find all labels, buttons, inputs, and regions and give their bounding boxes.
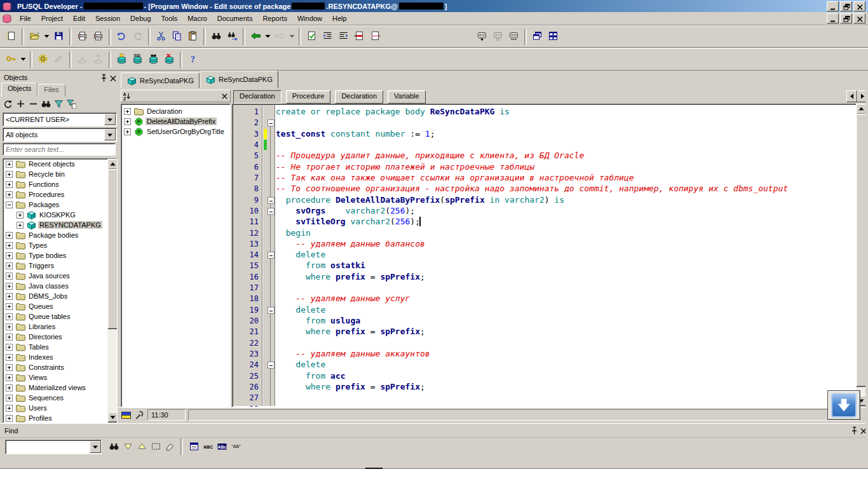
document-minimize-button[interactable] <box>827 13 839 24</box>
sql-window-button[interactable]: SQL <box>130 51 146 68</box>
code-line[interactable]: -- Не трогает историю платежей и настрое… <box>276 161 534 172</box>
search-down-button[interactable] <box>122 442 133 452</box>
new-sql-window-button[interactable] <box>114 51 130 68</box>
download-update-button[interactable] <box>827 390 860 420</box>
menu-project[interactable]: Project <box>36 13 68 25</box>
find-search-button[interactable] <box>108 442 119 452</box>
chevron-down-icon[interactable] <box>90 441 101 453</box>
expand-toggle-icon[interactable] <box>124 118 131 125</box>
tree-item-kioskpkg[interactable]: KIOSKPKG <box>3 210 117 220</box>
tree-item-libraries[interactable]: Libraries <box>3 322 117 332</box>
code-line[interactable]: from ostatki <box>276 260 365 271</box>
window-minimize-button[interactable] <box>827 1 839 11</box>
scroll-down-icon[interactable] <box>107 412 118 423</box>
session-logon-button[interactable] <box>3 51 19 68</box>
expand-toggle-icon[interactable] <box>6 354 13 361</box>
tree-item-sequences[interactable]: Sequences <box>3 393 117 403</box>
expand-toggle-icon[interactable] <box>6 181 13 188</box>
code-line[interactable]: where prefix = spPrefix; <box>276 271 425 282</box>
preferences-button[interactable] <box>35 51 51 68</box>
expand-toggle-icon[interactable] <box>6 415 13 422</box>
expand-toggle-icon[interactable] <box>6 395 13 402</box>
menu-window[interactable]: Window <box>292 13 327 25</box>
fold-collapse-icon[interactable] <box>268 252 275 259</box>
code-line[interactable]: -- Процедура удалит данные, приходящие с… <box>276 150 584 161</box>
expand-toggle-icon[interactable] <box>124 108 131 115</box>
menu-tools[interactable]: Tools <box>156 13 183 25</box>
macro-record-button[interactable] <box>474 29 490 45</box>
code-line[interactable]: where prefix = spPrefix; <box>276 381 425 392</box>
tree-item-declaration[interactable]: Declaration <box>121 106 230 116</box>
expand-toggle-icon[interactable] <box>6 262 13 269</box>
tree-item-queue-tables[interactable]: Queue tables <box>3 311 117 322</box>
expand-toggle-icon[interactable] <box>6 161 13 168</box>
session-logon-dropdown[interactable] <box>19 51 27 68</box>
expand-toggle-icon[interactable] <box>6 171 13 178</box>
menu-documents[interactable]: Documents <box>212 13 258 25</box>
window-tile-button[interactable] <box>545 29 561 45</box>
print-setup-button[interactable] <box>90 29 106 45</box>
section-button-declaration-2[interactable]: Declaration <box>335 90 383 104</box>
code-line[interactable]: begin <box>276 227 311 238</box>
section-button-declaration-0[interactable]: Declaration <box>233 90 281 104</box>
tree-item-queues[interactable]: Queues <box>3 301 117 311</box>
code-line[interactable]: where prefix = spPrefix; <box>276 326 425 337</box>
menu-debug[interactable]: Debug <box>125 13 156 25</box>
code-line[interactable]: from usluga <box>276 315 360 326</box>
objects-tree-scrollbar[interactable] <box>107 159 117 423</box>
expand-toggle-icon[interactable] <box>6 242 13 249</box>
menu-macro[interactable]: Macro <box>182 13 212 25</box>
tree-item-types[interactable]: Types <box>3 240 117 250</box>
open-file-dropdown[interactable] <box>43 29 51 45</box>
code-line[interactable]: delete <box>276 249 325 260</box>
document-close-button[interactable] <box>853 13 865 24</box>
tree-item-java-sources[interactable]: Java sources <box>3 271 117 281</box>
fold-collapse-icon[interactable] <box>268 307 275 314</box>
sort-az-icon[interactable]: AZ <box>122 92 132 100</box>
tree-item-recent-objects[interactable]: Recent objects <box>3 159 117 169</box>
paste-button[interactable] <box>185 29 201 45</box>
navigate-back-dropdown[interactable] <box>264 29 272 45</box>
tree-item-type-bodies[interactable]: Type bodies <box>3 250 117 261</box>
code-line[interactable]: svOrgs varchar2(256); <box>276 205 415 216</box>
menu-edit[interactable]: Edit <box>68 13 90 25</box>
code-line[interactable]: -- удаляем данные аккаунтов <box>276 348 430 359</box>
tree-item-triggers[interactable]: Triggers <box>3 261 117 271</box>
menu-help[interactable]: Help <box>327 13 352 25</box>
tree-item-constraints[interactable]: Constraints <box>3 362 117 372</box>
tree-item-recycle-bin[interactable]: Recycle bin <box>3 169 117 179</box>
filter-button[interactable] <box>53 100 63 109</box>
tree-item-setusergrorgbyorgtitle[interactable]: PSetUserGrOrgByOrgTitle <box>121 126 230 137</box>
window-cascade-button[interactable] <box>529 29 545 45</box>
find-db-objects-button[interactable] <box>146 51 161 68</box>
expand-toggle-icon[interactable] <box>6 273 13 280</box>
indent-button[interactable] <box>320 29 336 45</box>
expand-toggle-icon[interactable] <box>6 283 13 290</box>
find-button[interactable] <box>208 29 224 45</box>
expand-toggle-icon[interactable] <box>6 191 13 198</box>
fold-collapse-icon[interactable] <box>268 197 275 204</box>
tree-item-procedures[interactable]: Procedures <box>3 189 117 200</box>
expand-node-button[interactable] <box>15 100 25 109</box>
collapse-node-button[interactable] <box>28 100 37 109</box>
pin-icon[interactable] <box>849 426 858 435</box>
navigate-back-button[interactable] <box>248 29 264 45</box>
tree-item-views[interactable]: Views <box>3 372 117 383</box>
tree-item-packages[interactable]: Packages <box>3 200 117 210</box>
close-icon[interactable] <box>220 92 229 100</box>
new-document-button[interactable] <box>3 29 19 45</box>
scroll-up-icon[interactable] <box>107 159 118 170</box>
whole-word-toggle[interactable]: ABc <box>216 442 227 452</box>
expand-toggle-icon[interactable] <box>6 232 13 239</box>
code-line[interactable]: from acc <box>276 370 346 381</box>
expand-toggle-icon[interactable] <box>6 374 13 381</box>
find-object-button[interactable] <box>41 100 50 109</box>
scroll-left-icon[interactable] <box>846 90 857 102</box>
expand-toggle-icon[interactable] <box>6 344 13 351</box>
menu-file[interactable]: File <box>15 13 36 25</box>
code-line[interactable]: delete <box>276 359 325 370</box>
code-line[interactable]: -- удаляем данные услуг <box>276 293 410 304</box>
expand-toggle-icon[interactable] <box>6 303 13 310</box>
results-list-button[interactable] <box>188 442 200 452</box>
tree-item-java-classes[interactable]: Java classes <box>3 281 117 291</box>
